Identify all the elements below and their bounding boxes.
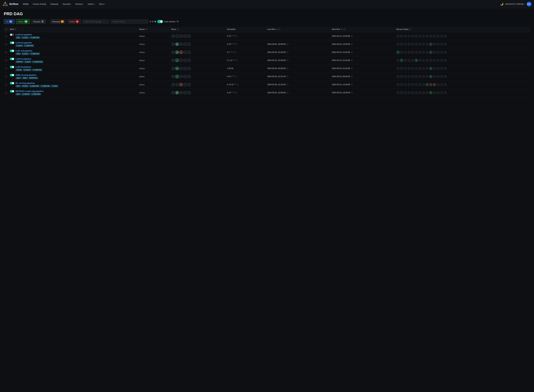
nextrun-info-icon[interactable]: i [351,75,353,78]
task-circle[interactable] [400,43,403,46]
task-circle[interactable] [437,91,440,94]
task-circle[interactable] [418,43,421,46]
task-circle[interactable] [433,75,436,78]
dag-name-link[interactable]: DEVDAG-script-mig-pipeline [15,90,43,92]
row-info-icon[interactable]: i [5,59,7,62]
refresh-icon[interactable]: ↻ [177,20,179,23]
task-circle[interactable] [444,43,447,46]
dag-tag[interactable]: S_NLIV [21,53,29,55]
task-circle[interactable]: 1 [429,51,432,54]
dag-tag[interactable]: T_SBP-DW [24,45,34,47]
nextrun-info-icon[interactable]: i [351,84,353,86]
task-circle[interactable] [440,75,443,78]
task-circle[interactable] [429,59,432,62]
task-circle[interactable]: 3 [429,67,432,70]
task-circle[interactable] [396,35,400,38]
task-circle[interactable] [425,59,429,62]
task-circle[interactable] [400,83,403,86]
task-circle[interactable] [425,35,429,38]
task-circle[interactable]: 3 [429,75,432,78]
run-circle[interactable] [179,34,183,38]
task-circle[interactable] [433,59,436,62]
task-circle[interactable] [425,43,429,46]
task-circle[interactable] [411,51,414,54]
filter-paused-button[interactable]: Paused 3 [31,19,46,24]
run-circle[interactable]: 25 [175,91,179,94]
dag-tag[interactable]: S_SBP-DW [29,85,40,87]
task-circle[interactable] [404,51,407,54]
schedule-info-icon[interactable]: i [235,35,237,37]
lastrun-info-icon[interactable]: i [286,92,288,94]
nav-datasets[interactable]: Datasets [49,2,60,6]
lastrun-info-icon[interactable]: i [286,75,288,78]
dag-tag[interactable]: T_SBP-DW [40,85,51,87]
dag-tag[interactable]: PIGON [21,85,29,87]
task-circle[interactable] [411,35,414,38]
task-circle[interactable] [437,43,440,46]
run-circle[interactable] [172,59,175,62]
task-circle[interactable] [418,83,421,86]
row-info-icon[interactable]: i [5,43,7,46]
dag-toggle[interactable] [10,74,14,76]
task-circle[interactable] [437,51,440,54]
task-circle[interactable] [404,91,407,94]
run-circle[interactable] [172,51,175,54]
dag-tag[interactable]: S_NLIV [15,45,23,47]
task-circle[interactable] [415,67,418,70]
dag-name-link[interactable]: LLM-m2-pipeline [15,42,32,44]
task-circle[interactable] [422,83,425,86]
run-circle[interactable] [183,75,187,78]
run-circle[interactable] [175,83,179,86]
tag-filter-input[interactable] [82,19,109,24]
run-circle[interactable] [183,67,187,70]
task-circle[interactable] [400,35,403,38]
task-circle[interactable] [407,83,410,86]
nextrun-sort-icon[interactable]: ⇅ [341,28,343,30]
task-circle[interactable] [404,43,407,46]
run-circle[interactable] [187,75,191,78]
auto-refresh-toggle[interactable] [157,20,163,23]
row-info-icon[interactable]: i [5,92,7,94]
dag-name-link[interactable]: LLM-s2-pipeline [15,66,31,68]
user-avatar[interactable]: AA ▾ [527,2,531,6]
dag-tag[interactable]: T_SBP-DW [32,69,42,71]
runs-info-icon[interactable]: i [177,28,179,30]
task-circle[interactable] [411,83,414,86]
dag-tag[interactable]: MONTH [15,61,24,63]
task-circle[interactable] [404,59,407,62]
nav-security[interactable]: Security ▾ [61,2,73,6]
run-circle[interactable] [172,83,175,86]
lastrun-info-icon[interactable]: i [286,67,288,70]
task-circle[interactable] [418,91,421,94]
task-circle[interactable] [440,43,443,46]
nextrun-info-icon[interactable]: i [351,35,353,37]
row-info-icon[interactable]: i [5,75,7,78]
task-circle[interactable] [422,43,425,46]
run-circle[interactable] [172,34,175,38]
task-circle[interactable] [422,35,425,38]
nav-dags[interactable]: DAGs [22,2,30,6]
run-circle[interactable]: 1 [179,51,183,54]
run-circle[interactable] [187,91,191,94]
dag-tag[interactable]: MONTHLY [28,77,38,79]
task-circle[interactable] [404,67,407,70]
dag-toggle[interactable] [10,90,14,93]
nav-docs[interactable]: Docs ▾ [97,2,107,6]
task-circle[interactable] [444,83,447,86]
task-circle[interactable] [396,59,400,62]
dag-name-link[interactable]: LLM_m3-pipeline [15,50,32,52]
nextrun-info-icon[interactable]: i [351,43,353,45]
filter-all-button[interactable]: All 42 [4,19,14,24]
task-circle[interactable]: 3 [429,91,432,94]
task-circle[interactable] [396,75,400,78]
task-circle[interactable] [444,91,447,94]
filter-running-button[interactable]: Running 4 [50,19,66,24]
recent-info-icon[interactable]: i [409,28,411,30]
nav-admin[interactable]: Admin ▾ [86,2,96,6]
task-circle[interactable] [407,91,410,94]
run-circle[interactable] [172,75,175,78]
lastrun-sort-icon[interactable]: ⇅ [276,28,278,30]
schedule-info-icon[interactable]: i [234,51,236,53]
filter-failed-button[interactable]: Failed 1 [67,19,81,24]
run-circle[interactable] [183,51,187,54]
